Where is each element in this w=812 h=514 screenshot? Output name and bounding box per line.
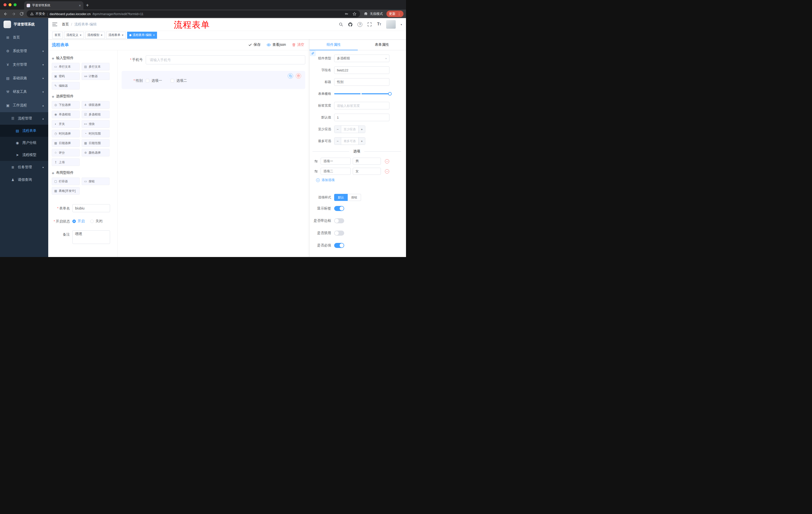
drag-handle-icon[interactable] xyxy=(314,159,319,163)
sidebar-item-2[interactable]: ¥支付管理▾ xyxy=(0,58,48,72)
sidebar-item-1[interactable]: ⚙系统管理▾ xyxy=(0,44,48,58)
back-icon[interactable] xyxy=(2,11,8,17)
copy-field-button[interactable] xyxy=(288,73,293,79)
password-key-icon[interactable] xyxy=(344,12,348,16)
minimize-window-button[interactable] xyxy=(8,3,11,6)
palette-item[interactable]: ◷时间选择 xyxy=(52,130,80,137)
palette-item[interactable]: ⋔级联选择 xyxy=(82,101,110,109)
sidebar-item-6[interactable]: ☰流程管理▴ xyxy=(0,112,48,125)
increase-button[interactable]: + xyxy=(358,138,365,144)
bookmark-star-icon[interactable] xyxy=(352,12,356,16)
palette-item[interactable]: ✎编辑器 xyxy=(52,82,80,89)
component-type-select[interactable]: 多选框组 ▾ xyxy=(334,55,389,62)
sidebar-item-3[interactable]: ▤基础设施▾ xyxy=(0,72,48,85)
github-icon[interactable] xyxy=(348,22,353,27)
sidebar-item-9[interactable]: ➤流程模型 xyxy=(0,149,48,161)
link-icon[interactable] xyxy=(310,51,316,56)
default-value-input[interactable] xyxy=(334,114,389,121)
help-icon[interactable]: ? xyxy=(357,22,362,27)
option-label-input[interactable] xyxy=(321,158,351,165)
palette-item[interactable]: ▦日期范围 xyxy=(82,139,110,147)
sidebar-item-11[interactable]: ♟请假查询 xyxy=(0,173,48,186)
warning-icon[interactable] xyxy=(30,12,34,16)
reload-icon[interactable] xyxy=(19,11,25,17)
field-row-gender-selected[interactable]: *性别 选项一选项二 xyxy=(122,71,305,89)
browser-tab[interactable]: 芋道管理系统 × xyxy=(24,1,83,9)
option-style-default[interactable]: 默认 xyxy=(334,194,348,201)
palette-item[interactable]: ▦日期选择 xyxy=(52,139,80,147)
palette-item[interactable]: ⊛颜色选择 xyxy=(82,149,110,156)
user-avatar[interactable] xyxy=(386,20,396,29)
slider-handle[interactable] xyxy=(388,92,392,96)
decrease-button[interactable]: − xyxy=(335,138,341,144)
min-select-value[interactable]: 至少应选 xyxy=(341,126,358,133)
label-width-input[interactable] xyxy=(334,102,389,109)
add-option-button[interactable]: + 添加选项 xyxy=(316,178,401,182)
tag-4[interactable]: 流程表单-编辑× xyxy=(127,32,157,39)
status-radio-on[interactable]: 开启 xyxy=(72,219,85,223)
palette-item[interactable]: ▭单行文本 xyxy=(52,63,80,71)
sidebar-item-5[interactable]: ▣工作流程▴ xyxy=(0,99,48,112)
zoom-window-button[interactable] xyxy=(13,3,17,6)
field-name-input[interactable] xyxy=(334,66,389,74)
drag-handle-icon[interactable] xyxy=(314,169,319,173)
palette-item[interactable]: ▭按钮 xyxy=(82,178,110,185)
palette-item[interactable]: ☆评分 xyxy=(52,149,80,156)
palette-item[interactable]: ◎下拉选择 xyxy=(52,101,80,109)
save-button[interactable]: 保存 xyxy=(248,43,261,47)
sidebar-item-10[interactable]: ≣任务管理▾ xyxy=(0,161,48,173)
tag-3[interactable]: 流程表单× xyxy=(106,32,126,39)
checkbox-option[interactable]: 选项二 xyxy=(171,78,187,83)
tab-component-props[interactable]: 组件属性 xyxy=(310,39,358,50)
checkbox-option[interactable]: 选项一 xyxy=(146,78,162,83)
palette-item[interactable]: ☑多选框组 xyxy=(82,111,110,118)
palette-item[interactable]: ⊷滑块 xyxy=(82,120,110,128)
switch-is-disabled[interactable] xyxy=(334,231,344,236)
max-select-value[interactable]: 最多可选 xyxy=(341,138,358,144)
checkbox-icon[interactable] xyxy=(171,79,174,82)
title-input[interactable] xyxy=(334,78,389,86)
sidebar-item-4[interactable]: ⚒研发工具▾ xyxy=(0,85,48,99)
sidebar-item-0[interactable]: ⊞首页 xyxy=(0,31,48,44)
switch-with-border[interactable] xyxy=(334,218,344,223)
update-button[interactable]: 更新 ⋮ xyxy=(386,10,404,17)
option-style-button[interactable]: 按钮 xyxy=(348,194,361,201)
palette-item[interactable]: ◉单选框组 xyxy=(52,111,80,118)
url-host[interactable]: dashboard.yudao.iocoder.cn xyxy=(50,12,90,16)
sidebar-item-8[interactable]: ◉用户分组 xyxy=(0,137,48,149)
switch-is-required[interactable] xyxy=(334,243,344,248)
sidebar-toggle-icon[interactable] xyxy=(52,22,57,26)
tab-close-icon[interactable]: × xyxy=(79,4,81,7)
close-icon[interactable]: × xyxy=(101,33,103,37)
form-name-input[interactable] xyxy=(72,204,110,212)
palette-item[interactable]: ◐开关 xyxy=(52,120,80,128)
switch-show-label[interactable] xyxy=(334,206,344,211)
increase-button[interactable]: + xyxy=(358,126,365,133)
close-window-button[interactable] xyxy=(3,3,6,6)
slider-track[interactable] xyxy=(334,93,390,94)
view-json-button[interactable]: 查看json xyxy=(266,43,286,47)
fullscreen-icon[interactable] xyxy=(367,22,372,27)
remove-option-button[interactable]: − xyxy=(385,159,389,163)
palette-item[interactable]: ↥上传 xyxy=(52,158,80,166)
remark-textarea[interactable]: 嘿嘿 xyxy=(72,231,110,244)
search-icon[interactable] xyxy=(339,22,343,27)
sidebar-item-7[interactable]: ▤流程表单 xyxy=(0,125,48,137)
close-icon[interactable]: × xyxy=(153,33,155,37)
clear-button[interactable]: 清空 xyxy=(292,43,304,47)
close-icon[interactable]: × xyxy=(122,33,124,37)
palette-item[interactable]: ◔时间范围 xyxy=(82,130,110,137)
tab-form-props[interactable]: 表单属性 xyxy=(358,39,406,50)
breadcrumb-home[interactable]: 首页 xyxy=(62,22,69,27)
palette-item[interactable]: ▦表格[开发中] xyxy=(52,187,80,195)
address-bar[interactable]: 不安全 | dashboard.yudao.iocoder.cn /bpm/ma… xyxy=(27,10,360,17)
tag-1[interactable]: 流程定义× xyxy=(64,32,84,39)
tag-0[interactable]: 首页 xyxy=(52,32,63,39)
decrease-button[interactable]: − xyxy=(335,126,341,133)
option-value-input[interactable] xyxy=(353,168,381,175)
font-size-icon[interactable]: TT xyxy=(377,22,382,27)
tag-2[interactable]: 流程模型× xyxy=(85,32,105,39)
checkbox-icon[interactable] xyxy=(146,79,149,82)
option-label-input[interactable] xyxy=(321,168,351,175)
forward-icon[interactable] xyxy=(10,11,17,17)
